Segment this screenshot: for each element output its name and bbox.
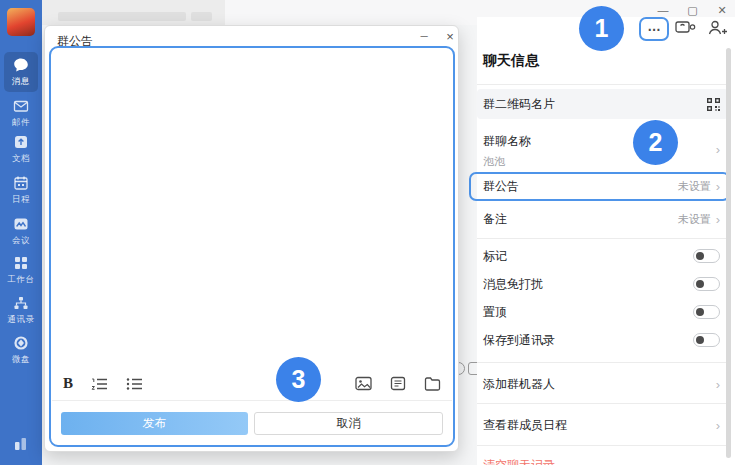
calendar-icon xyxy=(13,174,30,191)
sidebar: 消息 邮件 文档 日程 会议 xyxy=(0,0,42,465)
announcement-textarea[interactable] xyxy=(51,48,453,367)
save-contacts-toggle[interactable] xyxy=(693,333,720,347)
annotation-step-3: 3 xyxy=(276,357,321,402)
mute-toggle-row: 消息免打扰 xyxy=(477,275,728,293)
sidebar-item-label: 微盘 xyxy=(12,354,30,366)
qr-row-label: 群二维码名片 xyxy=(483,96,555,113)
add-member-icon[interactable] xyxy=(707,19,727,37)
screen-share-icon[interactable] xyxy=(675,19,696,37)
avatar[interactable] xyxy=(7,8,35,36)
org-chart-icon xyxy=(13,294,30,311)
add-robot-label: 添加群机器人 xyxy=(483,376,555,393)
sidebar-item-mail[interactable]: 邮件 xyxy=(0,97,42,129)
dialog-buttons: 发布 取消 xyxy=(51,401,453,445)
chat-bubble-icon xyxy=(13,56,30,73)
divider xyxy=(477,84,728,85)
toggle-knob xyxy=(696,336,704,344)
divider xyxy=(477,403,728,404)
insert-folder-icon[interactable] xyxy=(424,376,441,391)
sidebar-item-label: 消息 xyxy=(12,76,30,88)
search-input[interactable] xyxy=(58,12,186,21)
mute-label: 消息免打扰 xyxy=(483,276,543,293)
sidebar-item-label: 通讯录 xyxy=(8,314,35,326)
sidebar-item-label: 会议 xyxy=(12,235,30,247)
panel-scrollbar[interactable] xyxy=(726,48,731,458)
remark-label: 备注 xyxy=(483,211,507,228)
panel-title: 聊天信息 xyxy=(483,52,539,70)
app-window: — ▢ ✕ 消息 邮件 文档 xyxy=(0,0,735,465)
annotation-step-2: 2 xyxy=(633,120,678,165)
sidebar-item-label: 日程 xyxy=(12,194,30,206)
add-robot-row[interactable]: 添加群机器人 › xyxy=(477,371,728,398)
more-icon: ⋯ xyxy=(648,22,661,37)
bullet-list-icon[interactable] xyxy=(126,377,143,391)
mail-icon xyxy=(13,97,30,114)
announcement-value: 未设置 xyxy=(678,179,711,194)
chevron-right-icon: › xyxy=(716,419,720,432)
toggle-knob xyxy=(696,280,704,288)
ordered-list-icon[interactable] xyxy=(91,377,108,391)
dialog-minimize-button[interactable]: – xyxy=(413,26,435,48)
divider xyxy=(477,445,728,446)
toggle-knob xyxy=(696,308,704,316)
sidebar-item-label: 工作台 xyxy=(8,274,35,286)
bold-button[interactable]: B xyxy=(63,375,73,392)
pin-label: 置顶 xyxy=(483,304,507,321)
sidebar-item-label: 文档 xyxy=(12,153,30,165)
sidebar-item-meeting[interactable]: 会议 xyxy=(0,215,42,247)
qr-code-icon xyxy=(707,98,720,111)
divider xyxy=(477,238,728,239)
chevron-right-icon: › xyxy=(716,143,720,156)
group-name-value: 泡泡 xyxy=(483,154,531,169)
dialog-close-button[interactable]: × xyxy=(439,26,461,48)
pin-toggle[interactable] xyxy=(693,305,720,319)
view-schedule-label: 查看群成员日程 xyxy=(483,417,567,434)
meeting-icon xyxy=(13,215,30,232)
sidebar-item-workbench[interactable]: 工作台 xyxy=(0,254,42,286)
group-name-row[interactable]: 群聊名称 泡泡 › xyxy=(477,130,728,168)
editor-toolbar: B xyxy=(51,367,453,400)
sidebar-item-calendar[interactable]: 日程 xyxy=(0,174,42,206)
window-maximize-button[interactable]: ▢ xyxy=(680,4,706,17)
group-name-label: 群聊名称 xyxy=(483,133,531,150)
more-options-button[interactable]: ⋯ xyxy=(639,17,669,41)
stats-icon[interactable] xyxy=(12,436,30,452)
mark-toggle-row: 标记 xyxy=(477,247,728,265)
remark-row[interactable]: 备注 未设置 › xyxy=(477,206,728,233)
group-announcement-row[interactable]: 群公告 未设置 › xyxy=(477,173,728,200)
chevron-right-icon: › xyxy=(716,213,720,226)
sidebar-item-contacts[interactable]: 通讯录 xyxy=(0,294,42,326)
divider xyxy=(477,362,728,363)
announcement-dialog: 群公告 – × B xyxy=(44,25,459,452)
drive-icon xyxy=(13,334,30,351)
add-button-stub[interactable] xyxy=(191,12,212,21)
announcement-label: 群公告 xyxy=(483,178,519,195)
sidebar-item-label: 邮件 xyxy=(12,117,30,129)
chevron-right-icon: › xyxy=(716,378,720,391)
save-contacts-label: 保存到通讯录 xyxy=(483,332,555,349)
announcement-editor: B 发布 取消 xyxy=(49,46,455,447)
sidebar-item-docs[interactable]: 文档 xyxy=(0,133,42,165)
group-qr-row[interactable]: 群二维码名片 xyxy=(477,89,728,119)
sidebar-item-drive[interactable]: 微盘 xyxy=(0,334,42,366)
window-minimize-button[interactable]: — xyxy=(650,4,676,16)
chevron-right-icon: › xyxy=(716,180,720,193)
sidebar-item-messages[interactable]: 消息 xyxy=(0,56,42,88)
mute-toggle[interactable] xyxy=(693,277,720,291)
grid-icon xyxy=(13,254,30,271)
document-icon xyxy=(13,133,30,150)
toggle-knob xyxy=(696,252,704,260)
mark-toggle[interactable] xyxy=(693,249,720,263)
view-schedule-row[interactable]: 查看群成员日程 › xyxy=(477,412,728,439)
insert-document-icon[interactable] xyxy=(390,376,406,391)
insert-image-icon[interactable] xyxy=(355,376,372,391)
remark-value: 未设置 xyxy=(678,212,711,227)
window-close-button[interactable]: ✕ xyxy=(709,4,735,17)
cancel-button[interactable]: 取消 xyxy=(254,412,443,435)
mark-label: 标记 xyxy=(483,248,507,265)
annotation-step-1: 1 xyxy=(579,6,624,51)
pin-toggle-row: 置顶 xyxy=(477,303,728,321)
save-contacts-toggle-row: 保存到通讯录 xyxy=(477,331,728,349)
publish-button[interactable]: 发布 xyxy=(61,412,248,435)
clear-history-link[interactable]: 清空聊天记录 xyxy=(483,457,555,465)
